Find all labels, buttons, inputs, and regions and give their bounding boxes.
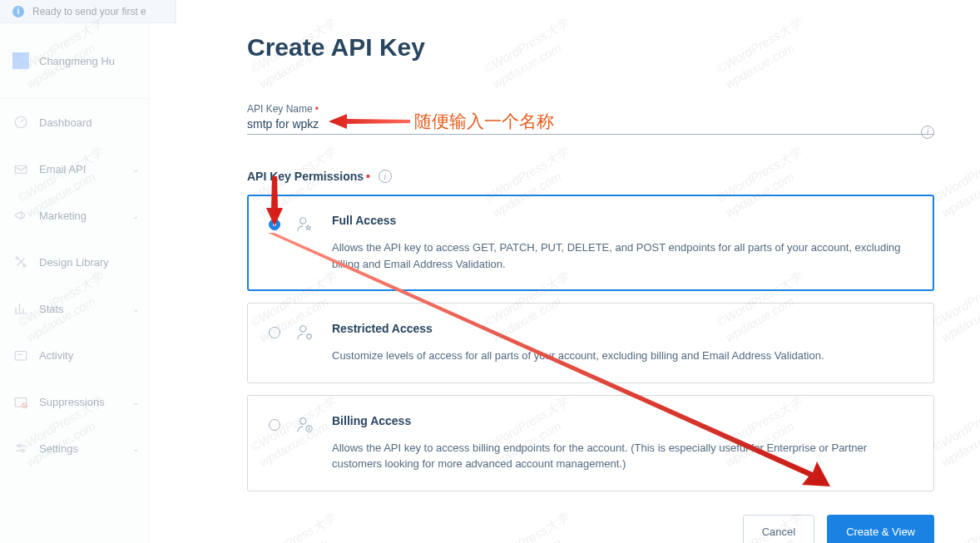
stats-icon <box>12 300 29 317</box>
perm-title: Full Access <box>332 214 913 227</box>
chevron-down-icon: ⌄ <box>132 165 139 174</box>
user-gear-icon <box>295 323 315 345</box>
settings-icon <box>12 440 29 457</box>
svg-point-7 <box>17 445 20 447</box>
user-section[interactable]: Changmeng Hu <box>0 23 149 99</box>
sidebar-item-settings[interactable]: Settings ⌄ <box>0 425 149 471</box>
svg-rect-4 <box>15 352 27 361</box>
perm-desc: Allows the API key to access GET, PATCH,… <box>332 239 913 272</box>
chevron-down-icon: ⌄ <box>132 444 139 453</box>
svg-point-11 <box>307 334 312 339</box>
info-icon[interactable]: i <box>921 126 934 139</box>
perm-title: Billing Access <box>332 414 913 427</box>
activity-icon <box>12 347 29 363</box>
perm-option-billing-access[interactable]: Billing Access Allows the API key to acc… <box>247 395 934 491</box>
sidebar-item-label: Settings <box>39 442 78 455</box>
sidebar-item-label: Activity <box>39 349 73 362</box>
dialog-footer: Cancel Create & View <box>247 515 934 544</box>
dialog-title: Create API Key <box>247 33 934 62</box>
sidebar-item-label: Design Library <box>39 256 109 269</box>
user-dollar-icon <box>295 416 315 437</box>
create-api-key-dialog: Create API Key API Key Name• i API Key P… <box>176 0 980 543</box>
design-library-icon <box>12 254 29 270</box>
radio-restricted-access[interactable] <box>269 327 280 338</box>
svg-rect-1 <box>15 165 27 173</box>
sidebar-item-design-library[interactable]: Design Library <box>0 239 149 285</box>
radio-billing-access[interactable] <box>269 419 280 431</box>
user-star-icon <box>295 215 315 237</box>
suppressions-icon <box>12 393 29 410</box>
user-name: Changmeng Hu <box>39 55 115 67</box>
svg-point-10 <box>300 326 306 332</box>
email-api-icon <box>12 160 29 177</box>
dashboard-icon <box>12 114 29 131</box>
sidebar-item-label: Suppressions <box>39 396 105 408</box>
cancel-button[interactable]: Cancel <box>743 515 814 544</box>
chevron-down-icon: ⌄ <box>132 211 139 220</box>
annotation-hint: 随便输入一个名称 <box>414 110 554 133</box>
perm-option-restricted-access[interactable]: Restricted Access Customize levels of ac… <box>247 303 934 383</box>
sidebar-item-activity[interactable]: Activity <box>0 332 149 378</box>
api-key-name-label: API Key Name• <box>247 103 934 115</box>
megaphone-icon <box>12 207 29 224</box>
sidebar-item-dashboard[interactable]: Dashboard <box>0 99 149 146</box>
api-key-name-input[interactable] <box>247 117 934 131</box>
api-key-permissions-label: API Key Permissions• i <box>247 170 934 183</box>
radio-full-access[interactable] <box>269 219 280 230</box>
sidebar-item-marketing[interactable]: Marketing ⌄ <box>0 192 149 239</box>
user-avatar-icon <box>12 52 29 69</box>
info-icon: i <box>12 6 24 17</box>
svg-point-2 <box>16 257 18 259</box>
perm-title: Restricted Access <box>332 322 824 335</box>
chevron-down-icon: ⌄ <box>132 304 139 313</box>
svg-point-8 <box>22 450 24 452</box>
sidebar-item-label: Dashboard <box>39 116 92 129</box>
create-and-view-button[interactable]: Create & View <box>827 515 934 544</box>
svg-point-9 <box>300 218 306 224</box>
banner-text: Ready to send your first e <box>32 6 146 17</box>
perm-desc: Customize levels of access for all parts… <box>332 348 824 364</box>
perm-option-full-access[interactable]: Full Access Allows the API key to access… <box>247 195 934 291</box>
info-icon[interactable]: i <box>379 170 392 183</box>
sidebar: Changmeng Hu Dashboard Email API ⌄ Marke… <box>0 23 150 543</box>
sidebar-item-suppressions[interactable]: Suppressions ⌄ <box>0 378 149 425</box>
sidebar-item-label: Stats <box>39 303 64 315</box>
sidebar-item-label: Marketing <box>39 210 87 222</box>
perm-desc: Allows the API key to access billing end… <box>332 440 913 472</box>
svg-point-12 <box>300 417 306 423</box>
chevron-down-icon: ⌄ <box>132 397 139 407</box>
sidebar-item-stats[interactable]: Stats ⌄ <box>0 285 149 332</box>
sidebar-item-label: Email API <box>39 163 86 175</box>
sidebar-item-email-api[interactable]: Email API ⌄ <box>0 146 149 192</box>
api-key-name-field: API Key Name• i <box>247 103 934 135</box>
